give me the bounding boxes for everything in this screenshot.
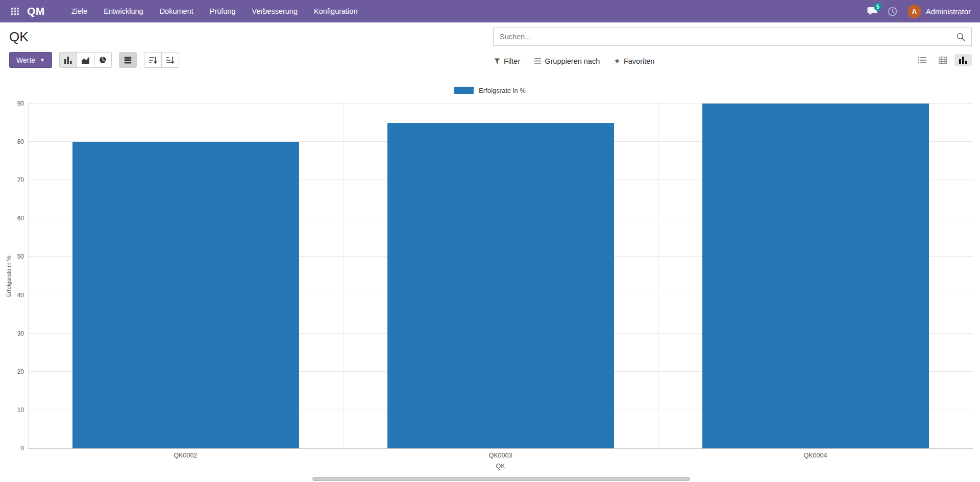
sort-asc-icon (166, 57, 174, 64)
nav-item-verbesserung[interactable]: Verbesserung (244, 0, 306, 22)
x-tick-label: QK0004 (658, 452, 973, 459)
y-tick-label: 60 (17, 215, 24, 222)
page-title: QK (9, 29, 29, 45)
bar-chart-type-button[interactable] (59, 52, 77, 68)
search-options: Filter Gruppieren nach ★ Favoriten (494, 57, 654, 65)
graph-view-icon (959, 57, 967, 64)
stacked-group (119, 52, 137, 68)
sort-desc-icon (149, 57, 157, 64)
groupby-button[interactable]: Gruppieren nach (534, 57, 600, 65)
bar-chart-icon (64, 57, 72, 64)
user-name: Administrator (926, 7, 971, 16)
pie-chart-icon (99, 56, 107, 64)
pie-chart-type-button[interactable] (94, 52, 112, 68)
y-tick-label: 50 (17, 253, 24, 260)
list-view-icon (918, 57, 926, 64)
messages-button[interactable]: 5 (867, 7, 877, 16)
y-tick-label: 30 (17, 330, 24, 337)
graph-toolbar: Werte ▼ (0, 49, 980, 73)
horizontal-scrollbar-thumb[interactable] (312, 477, 690, 481)
y-tick-label: 90 (17, 100, 24, 107)
y-tick-label: 80 (17, 138, 24, 145)
search-input[interactable] (494, 33, 950, 41)
graph-view: Erfolgsrate in % Erfolgsrate in % 010203… (0, 85, 980, 470)
caret-down-icon: ▼ (40, 58, 45, 63)
area-chart-icon (82, 57, 89, 64)
control-panel: QK (0, 22, 980, 49)
apps-grid-icon (11, 8, 19, 15)
navbar-menu: ZieleEntwicklungDokumentPrüfungVerbesser… (63, 0, 366, 22)
nav-item-konfiguration[interactable]: Konfiguration (306, 0, 365, 22)
filter-label: Filter (504, 57, 520, 65)
y-axis-title-wrap: Erfolgsrate in % (4, 104, 14, 449)
y-axis-title: Erfolgsrate in % (6, 256, 12, 297)
filter-funnel-icon (494, 58, 500, 64)
chart-legend[interactable]: Erfolgsrate in % (0, 85, 980, 95)
apps-menu-button[interactable] (9, 6, 21, 17)
user-menu[interactable]: A Administrator (908, 5, 971, 18)
plot-area: 0102030405060708090 (28, 104, 973, 449)
favorites-button[interactable]: ★ Favoriten (614, 57, 654, 65)
y-tick-label: 20 (17, 368, 24, 375)
y-tick-label: 10 (17, 407, 24, 414)
search-icon[interactable] (950, 33, 971, 41)
star-icon: ★ (614, 58, 620, 64)
legend-label: Erfolgsrate in % (479, 87, 526, 94)
nav-item-dokument[interactable]: Dokument (152, 0, 202, 22)
navbar-right: 5 A Administrator (867, 5, 971, 18)
list-view-button[interactable] (913, 54, 931, 66)
nav-item-entwicklung[interactable]: Entwicklung (95, 0, 151, 22)
view-switcher (913, 54, 972, 66)
bar-qk0004[interactable] (702, 104, 929, 448)
bars-container (29, 104, 973, 448)
x-axis-title: QK (28, 463, 973, 470)
navbar: QM ZieleEntwicklungDokumentPrüfungVerbes… (0, 0, 980, 22)
x-tick-label: QK0003 (343, 452, 658, 459)
activities-button[interactable] (888, 7, 897, 16)
groupby-bars-icon (534, 58, 541, 64)
legend-swatch (454, 87, 474, 94)
bar-slot (29, 104, 344, 448)
x-tick-label: QK0002 (28, 452, 343, 459)
sort-descending-button[interactable] (144, 52, 162, 68)
groupby-label: Gruppieren nach (545, 57, 600, 65)
bar-slot (344, 104, 658, 448)
bar-qk0003[interactable] (387, 123, 614, 448)
nav-item-prfung[interactable]: Prüfung (202, 0, 244, 22)
stacked-toggle-button[interactable] (119, 52, 137, 68)
y-tick-label: 40 (17, 292, 24, 299)
y-tick-label: 0 (20, 445, 24, 452)
chart-type-group (59, 52, 112, 68)
sort-group (144, 52, 179, 68)
favorites-label: Favoriten (624, 57, 654, 65)
plot-wrap: Erfolgsrate in % 0102030405060708090 (28, 104, 973, 449)
search-box (493, 28, 972, 46)
bar-slot (658, 104, 973, 448)
avatar: A (908, 5, 921, 18)
filter-button[interactable]: Filter (494, 57, 520, 65)
clock-icon (888, 7, 897, 16)
y-tick-label: 70 (17, 176, 24, 184)
pivot-view-button[interactable] (934, 54, 951, 66)
app-brand[interactable]: QM (27, 5, 45, 17)
line-chart-type-button[interactable] (77, 52, 94, 68)
graph-view-button[interactable] (954, 54, 972, 66)
sort-ascending-button[interactable] (161, 52, 179, 68)
stacked-icon (124, 57, 132, 64)
measures-button[interactable]: Werte ▼ (9, 52, 52, 68)
pivot-grid-icon (939, 57, 947, 64)
measures-label: Werte (16, 56, 35, 64)
bar-qk0002[interactable] (72, 142, 299, 448)
nav-item-ziele[interactable]: Ziele (63, 0, 95, 22)
messages-count-badge: 5 (874, 3, 882, 11)
x-axis-labels: QK0002QK0003QK0004 (28, 452, 973, 459)
